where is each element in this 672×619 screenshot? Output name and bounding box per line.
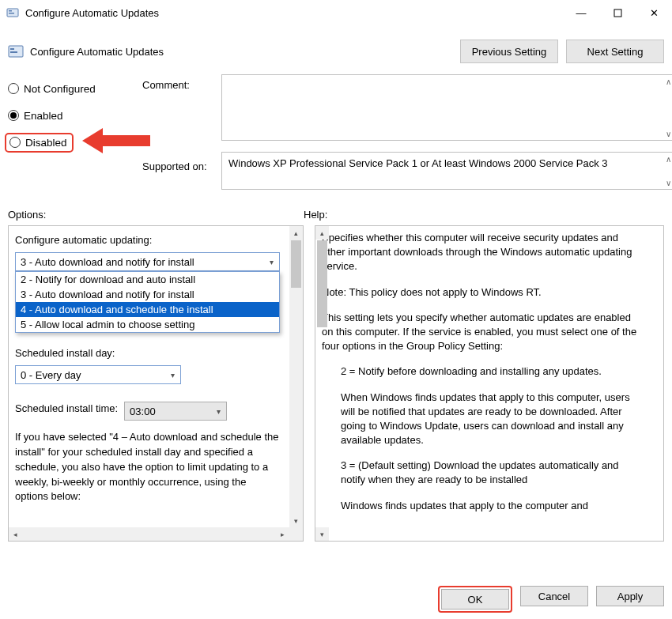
configure-updating-combo[interactable]: 3 - Auto download and notify for install… <box>15 252 280 271</box>
scheduled-day-label: Scheduled install day: <box>15 347 283 359</box>
next-setting-button[interactable]: Next Setting <box>566 40 664 63</box>
chevron-down-icon: ∨ <box>662 128 672 139</box>
dialog-footer: OK Cancel Apply <box>430 586 664 613</box>
close-button[interactable]: ✕ <box>636 0 672 25</box>
svg-rect-1 <box>9 10 12 12</box>
svg-rect-3 <box>614 9 621 17</box>
radio-disabled[interactable]: Disabled <box>5 133 74 153</box>
help-text: 2 = Notify before downloading and instal… <box>322 364 644 379</box>
window-title: Configure Automatic Updates <box>25 7 563 19</box>
horizontal-scrollbar[interactable]: ◂ ▸ <box>9 527 289 541</box>
state-area: Not Configured Enabled Disabled Comment:… <box>0 71 672 190</box>
help-text: Specifies whether this computer will rec… <box>322 231 644 274</box>
chevron-down-icon: ▾ <box>210 407 226 416</box>
ok-highlight: OK <box>438 586 512 613</box>
annotation-arrow <box>82 125 150 157</box>
cancel-button[interactable]: Cancel <box>520 586 588 606</box>
svg-rect-2 <box>9 13 14 14</box>
chevron-up-icon: ▴ <box>289 226 303 240</box>
comment-textbox[interactable]: ∧∨ <box>221 74 672 141</box>
scheduled-time-label: Scheduled install time: <box>15 402 118 414</box>
chevron-up-icon: ▴ <box>315 226 329 240</box>
dropdown-option[interactable]: 4 - Auto download and schedule the insta… <box>16 302 279 317</box>
scheduled-time-combo[interactable]: 03:00 ▾ <box>124 402 227 421</box>
options-note: If you have selected "4 – Auto download … <box>15 430 283 504</box>
svg-rect-6 <box>10 51 17 53</box>
dropdown-option[interactable]: 3 - Auto download and notify for install <box>16 287 279 302</box>
dropdown-option[interactable]: 5 - Allow local admin to choose setting <box>16 317 279 332</box>
chevron-down-icon: ∨ <box>662 177 672 188</box>
configure-updating-dropdown: 2 - Notify for download and auto install… <box>15 271 280 333</box>
configure-updating-label: Configure automatic updating: <box>15 234 283 246</box>
window-controls: — ✕ <box>563 0 672 25</box>
help-text: This setting lets you specify whether au… <box>322 311 644 354</box>
chevron-down-icon: ▾ <box>164 371 180 379</box>
chevron-left-icon: ◂ <box>9 527 22 541</box>
svg-rect-5 <box>10 48 14 50</box>
titlebar: Configure Automatic Updates — ✕ <box>0 0 672 25</box>
dialog-icon <box>8 43 24 59</box>
chevron-down-icon: ▾ <box>263 258 279 266</box>
chevron-up-icon: ∧ <box>662 76 672 87</box>
dialog-header: Configure Automatic Updates Previous Set… <box>0 25 672 71</box>
help-text: When Windows finds updates that apply to… <box>322 391 644 448</box>
supported-label: Supported on: <box>142 160 221 172</box>
supported-on-textbox: Windows XP Professional Service Pack 1 o… <box>221 152 672 190</box>
scrollbar[interactable]: ∧∨ <box>662 153 672 188</box>
chevron-down-icon: ▾ <box>289 514 303 527</box>
app-icon <box>6 6 19 19</box>
dialog-title: Configure Automatic Updates <box>30 46 164 58</box>
help-text: Windows finds updates that apply to the … <box>322 499 644 513</box>
help-text: Note: This policy does not apply to Wind… <box>322 285 644 300</box>
chevron-up-icon: ∧ <box>662 153 672 164</box>
comment-label: Comment: <box>142 79 221 91</box>
help-label: Help: <box>304 209 327 221</box>
dropdown-option[interactable]: 2 - Notify for download and auto install <box>16 272 279 287</box>
scrollbar-thumb[interactable] <box>317 240 327 327</box>
apply-button[interactable]: Apply <box>596 586 664 606</box>
radio-enabled[interactable]: Enabled <box>8 106 134 125</box>
chevron-right-icon: ▸ <box>276 527 289 541</box>
options-pane: Configure automatic updating: 3 - Auto d… <box>8 225 304 542</box>
maximize-button[interactable] <box>599 0 636 25</box>
radio-not-configured[interactable]: Not Configured <box>8 79 134 98</box>
scrollbar-thumb[interactable] <box>291 240 301 288</box>
help-text: 3 = (Default setting) Download the updat… <box>322 459 644 487</box>
vertical-scrollbar[interactable]: ▴ ▾ <box>289 226 303 527</box>
ok-button[interactable]: OK <box>441 589 509 610</box>
scrollbar[interactable]: ∧∨ <box>662 76 672 139</box>
chevron-down-icon: ▾ <box>315 527 329 541</box>
help-pane: Specifies whether this computer will rec… <box>315 225 664 542</box>
minimize-button[interactable]: — <box>563 0 599 25</box>
svg-marker-7 <box>82 128 150 153</box>
previous-setting-button[interactable]: Previous Setting <box>460 40 558 63</box>
scheduled-day-combo[interactable]: 0 - Every day ▾ <box>15 365 181 384</box>
